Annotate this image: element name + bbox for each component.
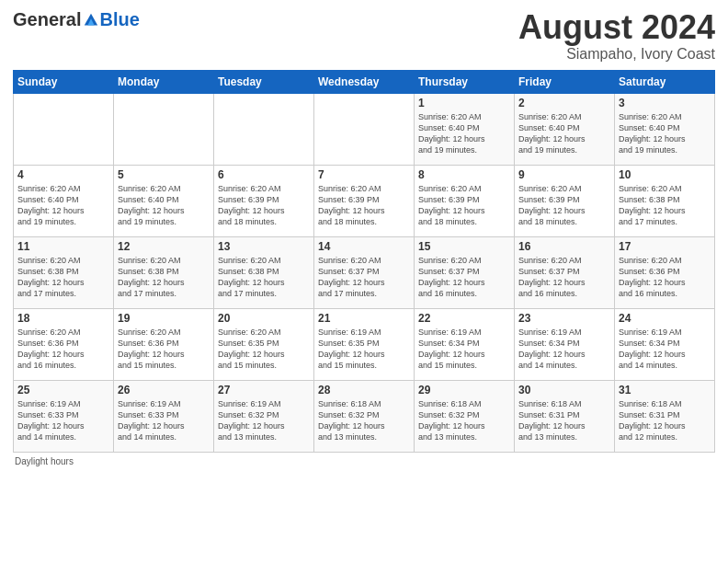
calendar-cell: 18Sunrise: 6:20 AMSunset: 6:36 PMDayligh…: [14, 308, 114, 380]
calendar-cell: 27Sunrise: 6:19 AMSunset: 6:32 PMDayligh…: [214, 380, 314, 452]
calendar-cell: 17Sunrise: 6:20 AMSunset: 6:36 PMDayligh…: [615, 236, 715, 308]
day-info: Sunrise: 6:19 AMSunset: 6:34 PMDaylight:…: [418, 327, 510, 372]
day-info: Sunrise: 6:19 AMSunset: 6:33 PMDaylight:…: [118, 398, 210, 443]
day-info: Sunrise: 6:20 AMSunset: 6:37 PMDaylight:…: [318, 255, 410, 300]
calendar-cell: 29Sunrise: 6:18 AMSunset: 6:32 PMDayligh…: [415, 380, 515, 452]
day-number: 6: [218, 168, 310, 181]
day-info: Sunrise: 6:19 AMSunset: 6:35 PMDaylight:…: [318, 327, 410, 372]
day-number: 20: [218, 312, 310, 325]
day-number: 18: [17, 312, 109, 325]
calendar-cell: 26Sunrise: 6:19 AMSunset: 6:33 PMDayligh…: [114, 380, 214, 452]
day-info: Sunrise: 6:20 AMSunset: 6:39 PMDaylight:…: [318, 183, 410, 228]
day-info: Sunrise: 6:18 AMSunset: 6:31 PMDaylight:…: [619, 398, 711, 443]
day-number: 25: [17, 384, 109, 396]
day-number: 31: [619, 384, 711, 396]
calendar-cell: 9Sunrise: 6:20 AMSunset: 6:39 PMDaylight…: [515, 165, 615, 236]
calendar-cell: 12Sunrise: 6:20 AMSunset: 6:38 PMDayligh…: [114, 236, 214, 308]
day-number: 13: [218, 240, 310, 253]
day-number: 23: [518, 312, 610, 325]
col-sunday: Sunday: [14, 70, 114, 93]
calendar-header-row: Sunday Monday Tuesday Wednesday Thursday…: [14, 70, 715, 93]
calendar-cell: [214, 93, 314, 165]
day-info: Sunrise: 6:20 AMSunset: 6:39 PMDaylight:…: [218, 183, 310, 228]
calendar-cell: 1Sunrise: 6:20 AMSunset: 6:40 PMDaylight…: [415, 93, 515, 165]
col-monday: Monday: [114, 70, 214, 93]
calendar-cell: 6Sunrise: 6:20 AMSunset: 6:39 PMDaylight…: [214, 165, 314, 236]
calendar-week-2: 4Sunrise: 6:20 AMSunset: 6:40 PMDaylight…: [14, 165, 715, 236]
day-info: Sunrise: 6:19 AMSunset: 6:34 PMDaylight:…: [518, 327, 610, 372]
day-number: 8: [418, 168, 510, 181]
day-info: Sunrise: 6:20 AMSunset: 6:40 PMDaylight:…: [518, 111, 610, 156]
day-number: 21: [318, 312, 410, 325]
day-number: 12: [118, 240, 210, 253]
day-number: 27: [218, 384, 310, 396]
calendar-week-3: 11Sunrise: 6:20 AMSunset: 6:38 PMDayligh…: [14, 236, 715, 308]
day-info: Sunrise: 6:20 AMSunset: 6:39 PMDaylight:…: [418, 183, 510, 228]
day-number: 9: [518, 168, 610, 181]
day-number: 29: [418, 384, 510, 396]
calendar-week-5: 25Sunrise: 6:19 AMSunset: 6:33 PMDayligh…: [14, 380, 715, 452]
day-info: Sunrise: 6:20 AMSunset: 6:38 PMDaylight:…: [17, 255, 109, 300]
calendar-cell: 4Sunrise: 6:20 AMSunset: 6:40 PMDaylight…: [14, 165, 114, 236]
calendar-cell: 31Sunrise: 6:18 AMSunset: 6:31 PMDayligh…: [615, 380, 715, 452]
calendar-cell: 21Sunrise: 6:19 AMSunset: 6:35 PMDayligh…: [314, 308, 415, 380]
day-number: 15: [418, 240, 510, 253]
day-info: Sunrise: 6:19 AMSunset: 6:32 PMDaylight:…: [218, 398, 310, 443]
calendar-cell: 24Sunrise: 6:19 AMSunset: 6:34 PMDayligh…: [615, 308, 715, 380]
calendar-cell: [314, 93, 415, 165]
logo-blue-text: Blue: [99, 9, 139, 30]
page-header: General Blue August 2024 Siampaho, Ivory…: [13, 9, 715, 63]
calendar-cell: 3Sunrise: 6:20 AMSunset: 6:40 PMDaylight…: [615, 93, 715, 165]
day-info: Sunrise: 6:20 AMSunset: 6:36 PMDaylight:…: [118, 327, 210, 372]
calendar-cell: 14Sunrise: 6:20 AMSunset: 6:37 PMDayligh…: [314, 236, 415, 308]
calendar-cell: 23Sunrise: 6:19 AMSunset: 6:34 PMDayligh…: [515, 308, 615, 380]
calendar-cell: 25Sunrise: 6:19 AMSunset: 6:33 PMDayligh…: [14, 380, 114, 452]
day-info: Sunrise: 6:18 AMSunset: 6:32 PMDaylight:…: [318, 398, 410, 443]
day-number: 1: [418, 97, 510, 109]
day-number: 19: [118, 312, 210, 325]
logo-general-text: General: [13, 9, 81, 30]
calendar-cell: 30Sunrise: 6:18 AMSunset: 6:31 PMDayligh…: [515, 380, 615, 452]
day-number: 17: [619, 240, 711, 253]
col-tuesday: Tuesday: [214, 70, 314, 93]
col-saturday: Saturday: [615, 70, 715, 93]
calendar-cell: 10Sunrise: 6:20 AMSunset: 6:38 PMDayligh…: [615, 165, 715, 236]
calendar-cell: 20Sunrise: 6:20 AMSunset: 6:35 PMDayligh…: [214, 308, 314, 380]
calendar-cell: 2Sunrise: 6:20 AMSunset: 6:40 PMDaylight…: [515, 93, 615, 165]
day-number: 14: [318, 240, 410, 253]
calendar-cell: 16Sunrise: 6:20 AMSunset: 6:37 PMDayligh…: [515, 236, 615, 308]
day-info: Sunrise: 6:20 AMSunset: 6:38 PMDaylight:…: [619, 183, 711, 228]
location-text: Siampaho, Ivory Coast: [518, 46, 715, 63]
footer: Daylight hours: [13, 456, 715, 466]
day-number: 28: [318, 384, 410, 396]
day-info: Sunrise: 6:20 AMSunset: 6:37 PMDaylight:…: [518, 255, 610, 300]
month-title: August 2024: [518, 9, 715, 46]
logo: General Blue: [13, 9, 140, 30]
day-info: Sunrise: 6:18 AMSunset: 6:32 PMDaylight:…: [418, 398, 510, 443]
calendar-cell: 8Sunrise: 6:20 AMSunset: 6:39 PMDaylight…: [415, 165, 515, 236]
col-friday: Friday: [515, 70, 615, 93]
calendar-cell: 5Sunrise: 6:20 AMSunset: 6:40 PMDaylight…: [114, 165, 214, 236]
calendar-cell: 13Sunrise: 6:20 AMSunset: 6:38 PMDayligh…: [214, 236, 314, 308]
calendar-week-4: 18Sunrise: 6:20 AMSunset: 6:36 PMDayligh…: [14, 308, 715, 380]
day-number: 5: [118, 168, 210, 181]
day-info: Sunrise: 6:19 AMSunset: 6:34 PMDaylight:…: [619, 327, 711, 372]
day-info: Sunrise: 6:20 AMSunset: 6:38 PMDaylight:…: [118, 255, 210, 300]
calendar-week-1: 1Sunrise: 6:20 AMSunset: 6:40 PMDaylight…: [14, 93, 715, 165]
day-info: Sunrise: 6:20 AMSunset: 6:40 PMDaylight:…: [418, 111, 510, 156]
day-info: Sunrise: 6:18 AMSunset: 6:31 PMDaylight:…: [518, 398, 610, 443]
day-number: 24: [619, 312, 711, 325]
calendar-cell: 22Sunrise: 6:19 AMSunset: 6:34 PMDayligh…: [415, 308, 515, 380]
day-info: Sunrise: 6:20 AMSunset: 6:35 PMDaylight:…: [218, 327, 310, 372]
logo-icon: [83, 12, 99, 29]
day-info: Sunrise: 6:20 AMSunset: 6:37 PMDaylight:…: [418, 255, 510, 300]
day-number: 2: [518, 97, 610, 109]
day-number: 10: [619, 168, 711, 181]
title-block: August 2024 Siampaho, Ivory Coast: [518, 9, 715, 63]
calendar-table: Sunday Monday Tuesday Wednesday Thursday…: [13, 70, 715, 453]
day-info: Sunrise: 6:20 AMSunset: 6:38 PMDaylight:…: [218, 255, 310, 300]
day-info: Sunrise: 6:20 AMSunset: 6:39 PMDaylight:…: [518, 183, 610, 228]
day-number: 7: [318, 168, 410, 181]
calendar-cell: 7Sunrise: 6:20 AMSunset: 6:39 PMDaylight…: [314, 165, 415, 236]
day-info: Sunrise: 6:19 AMSunset: 6:33 PMDaylight:…: [17, 398, 109, 443]
